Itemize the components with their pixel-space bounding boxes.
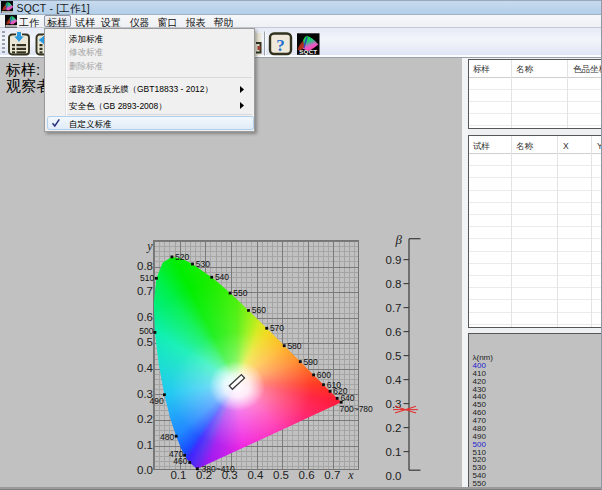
svg-text:570: 570 xyxy=(270,323,284,333)
svg-text:500: 500 xyxy=(139,326,153,336)
svg-text:600: 600 xyxy=(317,370,331,380)
svg-text:0.1: 0.1 xyxy=(170,469,186,481)
svg-text:0.7: 0.7 xyxy=(137,285,153,297)
svg-text:700~780: 700~780 xyxy=(340,404,374,414)
svg-text:0.1: 0.1 xyxy=(137,439,153,451)
svg-text:520: 520 xyxy=(175,252,189,262)
svg-text:0.9: 0.9 xyxy=(386,254,402,266)
svg-text:?: ? xyxy=(276,36,285,55)
svg-text:0.4: 0.4 xyxy=(386,374,403,386)
svg-text:0.7: 0.7 xyxy=(386,302,402,314)
svg-text:590: 590 xyxy=(304,357,318,367)
svg-text:550: 550 xyxy=(233,288,247,298)
svg-text:0.7: 0.7 xyxy=(324,469,340,481)
svg-text:0.6: 0.6 xyxy=(299,469,315,481)
svg-text:0.8: 0.8 xyxy=(137,260,153,272)
svg-text:0.2: 0.2 xyxy=(386,422,402,434)
svg-text:470: 470 xyxy=(169,449,183,459)
svg-text:480: 480 xyxy=(160,432,174,442)
svg-text:0.4: 0.4 xyxy=(137,362,154,374)
svg-text:0.6: 0.6 xyxy=(386,326,402,338)
svg-text:0.4: 0.4 xyxy=(247,469,264,481)
svg-text:SQCT: SQCT xyxy=(299,48,317,55)
svg-text:0.5: 0.5 xyxy=(137,336,153,348)
svg-text:0.3: 0.3 xyxy=(222,469,238,481)
svg-text:0.6: 0.6 xyxy=(137,311,153,323)
svg-text:560: 560 xyxy=(252,305,266,315)
svg-text:0.0: 0.0 xyxy=(137,464,153,476)
svg-text:580: 580 xyxy=(287,341,301,351)
svg-text:0.3: 0.3 xyxy=(137,388,153,400)
svg-text:0.5: 0.5 xyxy=(273,469,289,481)
svg-text:0.1: 0.1 xyxy=(386,446,402,458)
svg-text:y: y xyxy=(146,239,153,253)
svg-text:x: x xyxy=(347,468,354,482)
svg-text:640: 640 xyxy=(340,393,354,403)
svg-text:0.5: 0.5 xyxy=(386,350,402,362)
svg-text:510: 510 xyxy=(140,273,154,283)
svg-text:540: 540 xyxy=(215,272,229,282)
svg-text:0.2: 0.2 xyxy=(137,413,153,425)
svg-text:β: β xyxy=(395,232,403,247)
svg-text:0.0: 0.0 xyxy=(386,470,402,482)
svg-text:530: 530 xyxy=(196,259,210,269)
svg-text:0.8: 0.8 xyxy=(386,278,402,290)
svg-text:0.2: 0.2 xyxy=(196,469,212,481)
